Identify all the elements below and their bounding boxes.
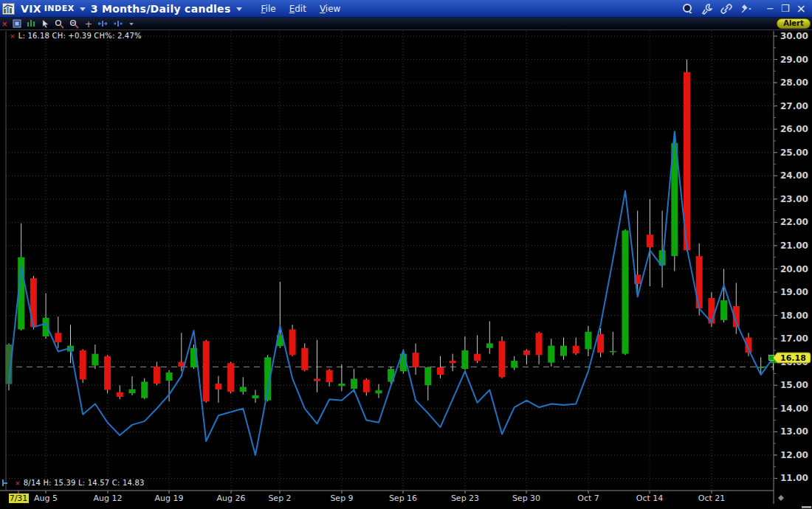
candle-body [351, 378, 357, 389]
minimize-button[interactable]: − [766, 4, 774, 13]
candle-body [573, 346, 579, 353]
candle-body [597, 334, 604, 353]
candle-body [622, 230, 629, 353]
menu-bar: File Edit View [255, 4, 348, 14]
link-charts-icon[interactable] [720, 3, 732, 15]
candle-body [461, 350, 468, 369]
quick-search-icon[interactable] [682, 3, 694, 15]
y-axis-label: 11.00 [780, 473, 808, 483]
overlay-line-series [9, 131, 773, 455]
candle-body [141, 382, 148, 398]
alert-button[interactable]: Alert [777, 18, 811, 29]
menu-file[interactable]: File [261, 4, 276, 14]
candle-body [474, 354, 481, 361]
candle-body [450, 361, 456, 363]
cursor-icon[interactable] [41, 19, 49, 29]
candle-body [338, 384, 345, 386]
link-frame-icon[interactable] [13, 19, 21, 29]
candle-body [376, 390, 382, 393]
y-axis-label: 19.00 [780, 287, 808, 297]
candle-body [129, 389, 136, 393]
menu-edit[interactable]: Edit [289, 4, 306, 14]
menu-view[interactable]: View [320, 4, 340, 14]
candle-body [363, 380, 370, 392]
candle-body [536, 333, 543, 355]
symbol-selector[interactable]: VIX INDEX [21, 3, 91, 15]
zoom-out-icon[interactable] [69, 19, 79, 29]
candle-body [548, 346, 554, 363]
x-axis-label: Sep 23 [451, 494, 479, 503]
dropdown-caret-icon[interactable] [128, 19, 134, 29]
candle-body [585, 332, 591, 350]
y-axis-label: 20.00 [780, 264, 808, 274]
candle-body [720, 300, 727, 320]
scrollbar-stub[interactable] [802, 506, 811, 508]
candle-body [424, 367, 431, 385]
candle-body [117, 392, 123, 397]
close-icon[interactable]: × [1, 19, 7, 29]
y-axis-label: 23.00 [780, 194, 808, 204]
x-axis-label: Oct 14 [636, 494, 664, 503]
candle-body [610, 351, 616, 353]
y-axis-label: 27.00 [780, 101, 808, 111]
candle-body [104, 356, 111, 390]
candle-body [55, 333, 61, 342]
timeframe-selector[interactable]: 3 Months/Daily candles [91, 3, 247, 15]
crosshair-icon[interactable]: + [84, 19, 92, 29]
candle-body [314, 378, 320, 381]
candle-body [240, 387, 247, 392]
x-axis-label: Aug 5 [34, 494, 58, 503]
x-axis-label: Sep 30 [512, 494, 540, 503]
candle-body [560, 346, 567, 356]
candle-body [252, 395, 259, 398]
chevron-down-icon [80, 7, 86, 11]
symbol-suffix-label: INDEX [44, 4, 75, 13]
y-axis-label: 14.00 [780, 404, 808, 414]
x-axis-label: Sep 9 [330, 494, 353, 503]
y-axis-label: 25.00 [780, 148, 808, 158]
candle-body [301, 348, 308, 370]
candle-body [326, 370, 333, 382]
y-axis-label: 22.00 [780, 217, 808, 227]
drawing-anchor-icon[interactable] [2, 479, 8, 486]
x-axis-label: Aug 26 [217, 494, 246, 503]
remove-readout-icon[interactable]: × [15, 479, 21, 487]
app-chart-icon [2, 3, 15, 15]
x-axis-label: 7/31 [10, 494, 28, 503]
timeframe-label: 3 Months/Daily candles [91, 3, 231, 15]
candle-body [413, 353, 419, 367]
chart-area[interactable]: 30.0029.0028.0027.0026.0025.0024.0023.00… [0, 30, 812, 509]
crosshair-readout: ×8/14 H: 15.39 L: 14.57 C: 14.83 [15, 479, 145, 487]
y-axis-label: 26.00 [780, 124, 808, 134]
candle-body [289, 330, 296, 356]
zoom-in-icon[interactable] [55, 19, 64, 29]
chart-toolbar: × + [0, 18, 812, 30]
candle-body [154, 367, 160, 384]
y-axis-label: 29.00 [780, 55, 808, 65]
candle-body [437, 367, 444, 375]
chart-bars-icon[interactable] [27, 19, 36, 29]
candle-body [92, 354, 98, 366]
x-axis-label: Sep 16 [389, 494, 417, 503]
y-axis-label: 28.00 [780, 77, 808, 88]
candle-body [486, 343, 493, 347]
close-button[interactable]: × [796, 4, 806, 13]
expand-horizontal-icon[interactable] [97, 19, 108, 29]
remove-study-icon[interactable]: × [10, 32, 16, 40]
axis-corner-diamond-icon[interactable] [778, 495, 784, 501]
y-axis-label: 24.00 [780, 170, 808, 181]
tools-wrench-icon[interactable] [701, 3, 713, 15]
y-axis-label: 12.00 [780, 450, 808, 460]
pin-icon[interactable] [740, 3, 751, 15]
candle-body [757, 367, 764, 368]
y-axis-label: 15.00 [780, 380, 808, 390]
candle-body [647, 235, 653, 247]
title-bar: VIX INDEX 3 Months/Daily candles File Ed… [0, 0, 812, 18]
candle-body [30, 278, 37, 327]
application-window: VIX INDEX 3 Months/Daily candles File Ed… [0, 0, 812, 509]
candle-body [80, 350, 86, 379]
x-axis-label: Aug 19 [155, 494, 184, 503]
candle-body [203, 341, 210, 401]
restore-button[interactable]: ❒ [781, 4, 790, 13]
collapse-horizontal-icon[interactable] [113, 19, 123, 29]
